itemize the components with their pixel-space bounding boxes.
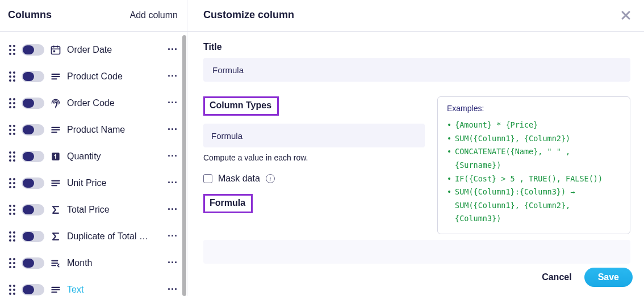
column-name: Order Code: [67, 98, 162, 108]
add-column-button[interactable]: Add column: [130, 10, 178, 20]
sigma-icon: [50, 231, 61, 242]
mask-checkbox[interactable]: [203, 174, 212, 183]
more-icon[interactable]: ···: [168, 284, 181, 295]
more-icon[interactable]: ···: [168, 257, 181, 269]
columns-panel: Columns Add column Order Date···Product …: [0, 0, 187, 296]
mask-row: Mask data i: [203, 174, 425, 184]
formula-heading: Formula: [203, 194, 253, 213]
drag-handle-icon[interactable]: [9, 71, 16, 82]
example-item: IF({Cost} > 5 , TRUE(), FALSE()): [447, 172, 621, 186]
column-type-helper: Compute a value in each row.: [203, 153, 425, 162]
drag-handle-icon[interactable]: [9, 125, 16, 135]
visibility-toggle[interactable]: [22, 284, 44, 295]
drag-handle-icon[interactable]: [9, 178, 16, 188]
cancel-button[interactable]: Cancel: [542, 272, 571, 282]
customize-column-panel: Customize column Title Column Types Form…: [187, 0, 644, 296]
visibility-toggle[interactable]: [22, 71, 44, 82]
column-name: Quantity: [67, 151, 162, 162]
examples-title: Examples:: [447, 104, 621, 113]
more-icon[interactable]: ···: [168, 204, 181, 215]
column-row: Text···: [0, 276, 187, 296]
visibility-toggle[interactable]: [22, 151, 44, 162]
mask-label: Mask data: [218, 174, 260, 184]
more-icon[interactable]: ···: [168, 124, 181, 136]
visibility-toggle[interactable]: [22, 124, 44, 136]
more-icon[interactable]: ···: [168, 70, 181, 82]
number-icon: [50, 151, 61, 162]
customize-title: Customize column: [203, 9, 294, 21]
visibility-toggle[interactable]: [22, 204, 44, 215]
columns-title: Columns: [8, 9, 52, 21]
scrollbar[interactable]: [182, 35, 186, 296]
title-label: Title: [203, 42, 630, 52]
column-row: Product Code···: [0, 63, 187, 90]
visibility-toggle[interactable]: [22, 257, 44, 269]
columns-list: Order Date···Product Code···Order Code··…: [0, 32, 187, 296]
save-button[interactable]: Save: [584, 268, 633, 287]
examples-box: Examples: {Amount} * {Price}SUM({Column1…: [437, 96, 630, 234]
column-name: Total Price: [67, 205, 162, 215]
close-icon[interactable]: [620, 10, 632, 21]
column-row: Total Price···: [0, 196, 187, 223]
column-name: Product Code: [67, 71, 162, 82]
column-row: Product Name···: [0, 116, 187, 143]
column-name: Product Name: [67, 125, 162, 135]
column-type-select[interactable]: Formula: [203, 124, 425, 147]
group-icon: [50, 257, 61, 269]
svg-rect-0: [52, 46, 60, 54]
visibility-toggle[interactable]: [22, 231, 44, 242]
drag-handle-icon[interactable]: [9, 285, 16, 295]
columns-header: Columns Add column: [0, 0, 187, 32]
more-icon[interactable]: ···: [168, 230, 181, 242]
more-icon[interactable]: ···: [168, 150, 181, 162]
date-icon: [50, 44, 61, 56]
column-row: Order Code···: [0, 90, 187, 116]
drag-handle-icon[interactable]: [9, 151, 16, 162]
visibility-toggle[interactable]: [22, 98, 44, 109]
column-type-value: Formula: [211, 131, 242, 141]
examples-list: {Amount} * {Price}SUM({Column1}, {Column…: [447, 119, 621, 226]
column-name: Duplicate of Total …: [67, 231, 162, 242]
example-item: {Amount} * {Price}: [447, 119, 621, 132]
footer: Cancel Save: [542, 268, 644, 296]
customize-header: Customize column: [187, 0, 644, 32]
column-name: Month: [67, 258, 162, 268]
finger-icon: [50, 98, 61, 109]
column-row: Duplicate of Total …···: [0, 223, 187, 250]
info-icon[interactable]: i: [266, 174, 275, 183]
drag-handle-icon[interactable]: [9, 205, 16, 215]
column-types-heading: Column Types: [203, 96, 279, 116]
more-icon[interactable]: ···: [168, 97, 181, 109]
title-input[interactable]: [203, 58, 630, 82]
example-item: SUM({Column1}:{Column3}) → SUM({Column1}…: [447, 185, 621, 226]
formula-input[interactable]: [203, 240, 630, 264]
column-row: Unit Price···: [0, 170, 187, 196]
drag-handle-icon[interactable]: [9, 231, 16, 242]
more-icon[interactable]: ···: [168, 44, 181, 56]
drag-handle-icon[interactable]: [9, 258, 16, 268]
column-name: Order Date: [67, 45, 162, 55]
example-item: CONCATENATE({Name}, " " , {Surname}): [447, 145, 621, 172]
text-icon: [50, 71, 61, 82]
visibility-toggle[interactable]: [22, 44, 44, 56]
column-name: Text: [67, 285, 162, 295]
text-icon: [50, 177, 61, 189]
text-icon: [50, 124, 61, 136]
customize-body: Title Column Types Formula Compute a val…: [187, 32, 644, 296]
visibility-toggle[interactable]: [22, 177, 44, 189]
column-name: Unit Price: [67, 178, 162, 188]
sigma-icon: [50, 204, 61, 215]
drag-handle-icon[interactable]: [9, 98, 16, 108]
example-item: SUM({Column1}, {Column2}): [447, 132, 621, 146]
drag-handle-icon[interactable]: [9, 45, 16, 55]
svg-rect-1: [53, 50, 55, 52]
column-row: Order Date···: [0, 36, 187, 63]
text-icon: [50, 284, 61, 295]
column-row: Quantity···: [0, 143, 187, 170]
column-row: Month···: [0, 250, 187, 276]
more-icon[interactable]: ···: [168, 177, 181, 189]
